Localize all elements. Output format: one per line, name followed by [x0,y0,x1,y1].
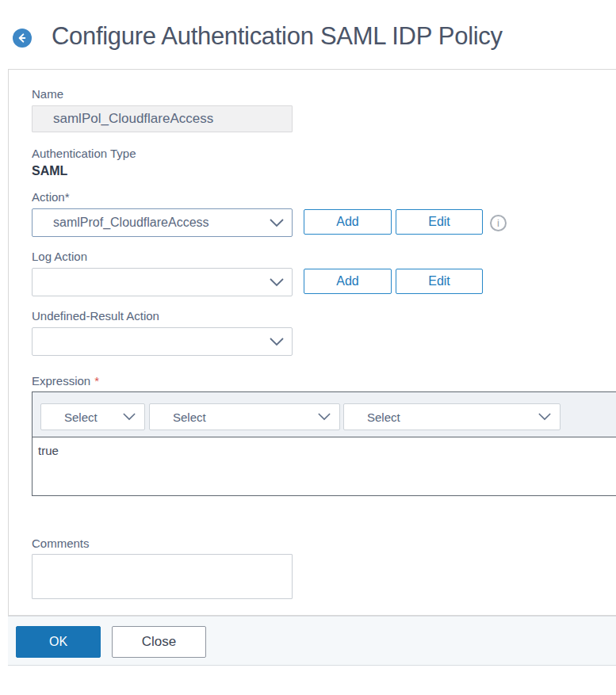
expression-label: Expression* [32,374,99,388]
authentication-type-label: Authentication Type [32,147,136,160]
arrow-left-icon [16,32,29,44]
undefined-result-action-dropdown[interactable] [32,327,293,356]
action-dropdown-value: samlProf_CloudflareAccess [33,216,270,230]
expression-input[interactable]: true [33,437,616,502]
back-button[interactable] [13,29,32,48]
name-label: Name [32,87,63,101]
authentication-type-value: SAML [32,164,67,178]
log-action-add-button[interactable]: Add [304,269,392,294]
chevron-down-icon [270,278,284,287]
chevron-down-icon [538,413,551,421]
expression-toolbar: Select Select Select [33,392,616,437]
chevron-down-icon [270,338,284,346]
ok-button[interactable]: OK [16,626,101,658]
page-title: Configure Authentication SAML IDP Policy [52,22,503,51]
form-panel: Name Authentication Type SAML Action* sa… [8,69,616,616]
log-action-dropdown[interactable] [32,268,293,296]
action-label: Action* [32,190,70,204]
required-asterisk: * [94,374,99,388]
action-add-button[interactable]: Add [304,209,392,235]
footer-bar: OK Close [8,616,616,666]
action-edit-button[interactable]: Edit [396,209,483,235]
expression-select-2[interactable]: Select [149,403,340,430]
close-button[interactable]: Close [112,626,206,658]
undefined-result-action-label: Undefined-Result Action [32,309,159,323]
log-action-edit-button[interactable]: Edit [396,269,483,294]
log-action-label: Log Action [32,250,87,263]
comments-input[interactable] [32,554,293,599]
chevron-down-icon [123,413,136,421]
expression-select-3[interactable]: Select [343,403,561,430]
name-input[interactable] [32,105,293,132]
comments-label: Comments [32,537,90,550]
info-icon[interactable]: i [490,215,507,231]
expression-select-1[interactable]: Select [40,403,145,430]
chevron-down-icon [318,413,331,421]
chevron-down-icon [270,219,284,227]
expression-editor: Select Select Select true [32,391,616,496]
action-dropdown[interactable]: samlProf_CloudflareAccess [32,208,293,237]
